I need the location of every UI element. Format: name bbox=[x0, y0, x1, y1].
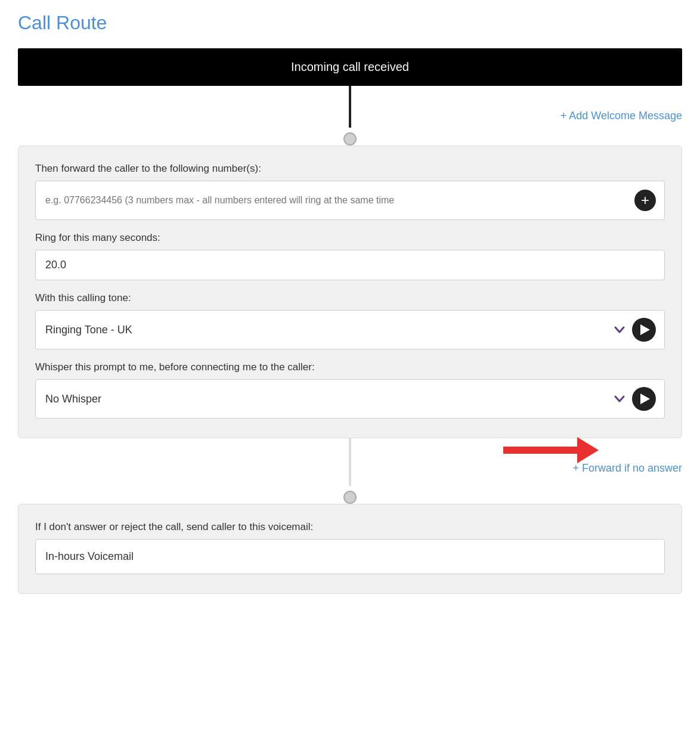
calling-tone-value: Ringing Tone - UK bbox=[45, 324, 613, 336]
number-input[interactable] bbox=[45, 195, 634, 206]
connector-dot-top bbox=[343, 132, 357, 145]
whisper-chevron-icon bbox=[613, 392, 626, 405]
connector-line-top bbox=[349, 86, 351, 128]
connector-line-bottom bbox=[349, 438, 351, 486]
whisper-play-icon bbox=[640, 394, 650, 404]
tone-label: With this calling tone: bbox=[35, 292, 665, 304]
voicemail-label: If I don't answer or reject the call, se… bbox=[35, 521, 665, 533]
connector-top: + Add Welcome Message bbox=[18, 86, 682, 145]
play-icon bbox=[640, 324, 650, 335]
ring-seconds-input[interactable]: 20.0 bbox=[35, 250, 665, 280]
voicemail-card: If I don't answer or reject the call, se… bbox=[18, 504, 682, 594]
connector-bottom: + Forward if no answer bbox=[18, 438, 682, 504]
number-input-row[interactable]: + bbox=[35, 181, 665, 220]
add-number-button[interactable]: + bbox=[634, 190, 656, 211]
tone-chevron-icon bbox=[613, 323, 626, 336]
whisper-value: No Whisper bbox=[45, 393, 613, 405]
whisper-select[interactable]: No Whisper bbox=[35, 379, 665, 419]
forward-label: Then forward the caller to the following… bbox=[35, 163, 665, 175]
add-welcome-link[interactable]: + Add Welcome Message bbox=[560, 110, 682, 122]
incoming-call-bar: Incoming call received bbox=[18, 48, 682, 86]
forward-no-answer-link[interactable]: + Forward if no answer bbox=[572, 462, 682, 475]
ring-label: Ring for this many seconds: bbox=[35, 232, 665, 244]
forward-card: Then forward the caller to the following… bbox=[18, 145, 682, 438]
whisper-label: Whisper this prompt to me, before connec… bbox=[35, 361, 665, 373]
calling-tone-select[interactable]: Ringing Tone - UK bbox=[35, 310, 665, 349]
page-title: Call Route bbox=[18, 12, 682, 34]
whisper-play-button[interactable] bbox=[632, 387, 656, 411]
connector-dot-bottom bbox=[343, 491, 357, 504]
tone-play-button[interactable] bbox=[632, 318, 656, 342]
voicemail-value: In-hours Voicemail bbox=[35, 539, 665, 574]
